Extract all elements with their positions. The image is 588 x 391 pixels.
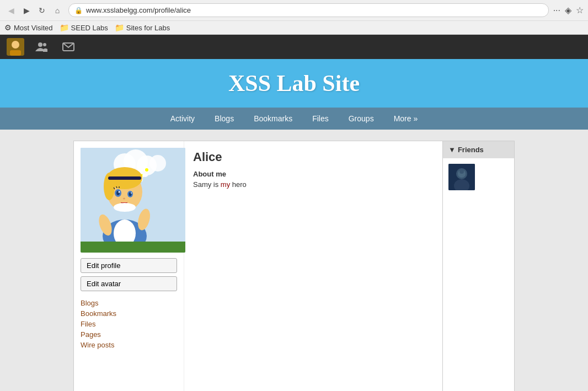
profile-container: Edit profile Edit avatar Blogs Bookmarks… <box>73 141 515 391</box>
nav-groups[interactable]: Groups <box>339 108 384 130</box>
reload-button[interactable]: ↻ <box>35 4 49 17</box>
site-nav: Activity Blogs Bookmarks Files Groups Mo… <box>0 108 588 130</box>
bookmark-sites-for-labs[interactable]: 📁 Sites for Labs <box>115 23 170 32</box>
bookmark-most-visited[interactable]: ⚙ Most Visited <box>4 23 53 32</box>
friends-content <box>443 158 514 196</box>
profile-link-files[interactable]: Files <box>81 320 177 328</box>
profile-name: Alice <box>193 150 434 164</box>
site-header: XSS Lab Site <box>0 59 588 108</box>
about-me-label: About me <box>193 170 434 178</box>
url-input[interactable] <box>86 6 543 14</box>
profile-avatar <box>81 148 185 253</box>
svg-line-38 <box>116 186 117 188</box>
nav-files[interactable]: Files <box>302 108 339 130</box>
profile-link-wire-posts[interactable]: Wire posts <box>81 341 177 349</box>
svg-point-4 <box>43 43 46 46</box>
svg-point-35 <box>131 192 132 194</box>
svg-point-20 <box>142 174 148 177</box>
friend-avatar-1[interactable] <box>448 164 475 190</box>
friends-panel: ▼ Friends <box>443 141 515 391</box>
site-title: XSS Lab Site <box>11 70 577 97</box>
pocket-icon[interactable]: ◈ <box>565 5 571 15</box>
people-icon[interactable] <box>33 38 51 56</box>
edit-profile-button[interactable]: Edit profile <box>81 258 177 273</box>
browser-chrome: ◀ ▶ ↻ ⌂ 🔒 ··· ◈ ☆ ⚙ Most Visited 📁 SEED … <box>0 0 588 35</box>
svg-point-40 <box>114 203 136 212</box>
star-icon[interactable]: ☆ <box>576 5 584 15</box>
profile-link-blogs[interactable]: Blogs <box>81 299 177 307</box>
gear-icon: ⚙ <box>4 23 12 32</box>
user-avatar-icon[interactable] <box>7 38 24 56</box>
bookmark-seed-labs[interactable]: 📁 SEED Labs <box>60 23 108 32</box>
svg-point-36 <box>123 198 125 200</box>
profile-sidebar: Edit profile Edit avatar Blogs Bookmarks… <box>74 141 184 391</box>
profile-links: Blogs Bookmarks Files Pages Wire posts <box>81 299 177 349</box>
friends-triangle-icon: ▼ <box>448 146 456 154</box>
folder-icon-2: 📁 <box>115 23 124 32</box>
edit-avatar-button[interactable]: Edit avatar <box>81 276 177 291</box>
friends-label: Friends <box>458 146 484 154</box>
profile-actions: Edit profile Edit avatar <box>81 258 177 291</box>
svg-rect-2 <box>10 50 21 56</box>
about-me-before: Samy is <box>193 180 221 189</box>
app-toolbar <box>0 35 588 59</box>
svg-rect-41 <box>81 242 185 253</box>
bookmarks-bar: ⚙ Most Visited 📁 SEED Labs 📁 Sites for L… <box>0 20 588 34</box>
back-button[interactable]: ◀ <box>4 4 18 17</box>
svg-point-3 <box>38 42 42 47</box>
forward-button[interactable]: ▶ <box>20 4 33 17</box>
profile-main: Edit profile Edit avatar Blogs Bookmarks… <box>73 141 443 391</box>
svg-point-32 <box>119 191 120 193</box>
lock-icon: 🔒 <box>74 7 83 14</box>
about-me-highlight: my <box>221 180 230 189</box>
home-button[interactable]: ⌂ <box>51 4 64 17</box>
folder-icon: 📁 <box>60 23 69 32</box>
nav-bookmarks[interactable]: Bookmarks <box>244 108 302 130</box>
about-me-text: Samy is my hero <box>193 180 434 189</box>
browser-right-icons: ··· ◈ ☆ <box>553 5 584 15</box>
svg-point-46 <box>459 169 464 174</box>
friends-header: ▼ Friends <box>443 141 514 158</box>
nav-blogs[interactable]: Blogs <box>205 108 244 130</box>
svg-rect-29 <box>108 176 141 180</box>
svg-point-1 <box>12 41 19 49</box>
profile-info: Alice About me Samy is my hero <box>184 141 442 391</box>
address-bar[interactable]: 🔒 <box>68 3 549 17</box>
profile-link-pages[interactable]: Pages <box>81 330 177 339</box>
bookmark-seed-labs-label: SEED Labs <box>71 24 108 32</box>
mail-icon[interactable] <box>60 38 77 56</box>
about-me-after: hero <box>230 180 247 189</box>
browser-toolbar: ◀ ▶ ↻ ⌂ 🔒 ··· ◈ ☆ <box>0 0 588 20</box>
bookmark-most-visited-label: Most Visited <box>14 24 53 32</box>
page-content: Edit profile Edit avatar Blogs Bookmarks… <box>0 130 588 391</box>
profile-link-bookmarks[interactable]: Bookmarks <box>81 309 177 318</box>
svg-point-10 <box>149 155 166 172</box>
svg-point-14 <box>145 168 148 172</box>
nav-buttons: ◀ ▶ ↻ ⌂ <box>4 4 64 17</box>
menu-dots-icon[interactable]: ··· <box>553 6 560 15</box>
nav-activity[interactable]: Activity <box>161 108 205 130</box>
nav-more[interactable]: More » <box>384 108 428 130</box>
bookmark-sites-for-labs-label: Sites for Labs <box>126 24 170 32</box>
